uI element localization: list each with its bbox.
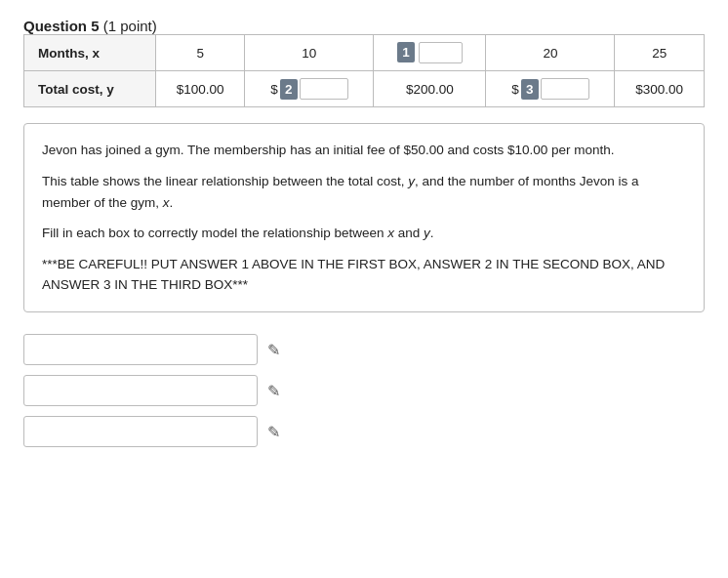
months-input-3[interactable] xyxy=(419,42,463,63)
months-value-1: 5 xyxy=(196,46,204,61)
months-value-4: 20 xyxy=(543,46,557,61)
cost-value-3: $200.00 xyxy=(406,82,454,97)
question-header: Question 5 (1 point) xyxy=(23,18,705,34)
table-cell: $100.00 xyxy=(155,71,245,107)
cost-highlighted-4: 3 xyxy=(521,79,539,100)
months-value-5: 25 xyxy=(652,46,667,61)
months-value-2: 10 xyxy=(302,46,316,61)
pen-icon-2[interactable]: ✎ xyxy=(267,382,280,400)
cost-header: Total cost, y xyxy=(24,71,156,107)
table-cell[interactable]: $ 2 xyxy=(245,71,374,107)
cost-highlighted-2: 2 xyxy=(280,79,298,100)
table-cell: 10 xyxy=(245,35,374,71)
pen-icon-1[interactable]: ✎ xyxy=(267,341,280,359)
answer-input-3[interactable] xyxy=(23,416,258,447)
answer-row-1: ✎ xyxy=(23,334,705,365)
info-line1: Jevon has joined a gym. The membership h… xyxy=(42,140,686,161)
table-cell: 20 xyxy=(486,35,615,71)
answer-row-2: ✎ xyxy=(23,375,705,406)
table-cell: $200.00 xyxy=(374,71,486,107)
info-line3: Fill in each box to correctly model the … xyxy=(42,223,686,244)
dollar-sign-2: $ xyxy=(270,82,278,97)
table-cell[interactable]: 1 xyxy=(374,35,486,71)
table-cell: 25 xyxy=(615,35,705,71)
cost-value-5: $300.00 xyxy=(635,82,683,97)
info-line2: This table shows the linear relationship… xyxy=(42,171,686,213)
table-cell[interactable]: $ 3 xyxy=(486,71,615,107)
cost-value-1: $100.00 xyxy=(177,82,224,97)
cost-input-4[interactable] xyxy=(541,78,589,100)
table-row-months: Months, x 5 10 1 20 25 xyxy=(24,35,705,71)
table-cell: 5 xyxy=(155,35,245,71)
question-points: (1 point) xyxy=(103,18,157,34)
answer-input-2[interactable] xyxy=(23,375,258,406)
table-cell: $300.00 xyxy=(615,71,705,107)
pen-icon-3[interactable]: ✎ xyxy=(267,423,280,441)
info-line4: ***BE CAREFUL!! PUT ANSWER 1 ABOVE IN TH… xyxy=(42,254,686,296)
months-highlighted: 1 xyxy=(397,42,415,62)
question-number: Question 5 xyxy=(23,18,100,34)
cost-input-2[interactable] xyxy=(300,78,348,100)
answer-section: ✎ ✎ ✎ xyxy=(23,334,705,447)
months-header: Months, x xyxy=(24,35,156,71)
table-row-cost: Total cost, y $100.00 $ 2 $200.00 $ xyxy=(24,71,705,107)
data-table: Months, x 5 10 1 20 25 Total c xyxy=(23,34,705,107)
answer-row-3: ✎ xyxy=(23,416,705,447)
answer-input-1[interactable] xyxy=(23,334,258,365)
dollar-sign-4: $ xyxy=(511,82,519,97)
info-box: Jevon has joined a gym. The membership h… xyxy=(23,123,705,312)
